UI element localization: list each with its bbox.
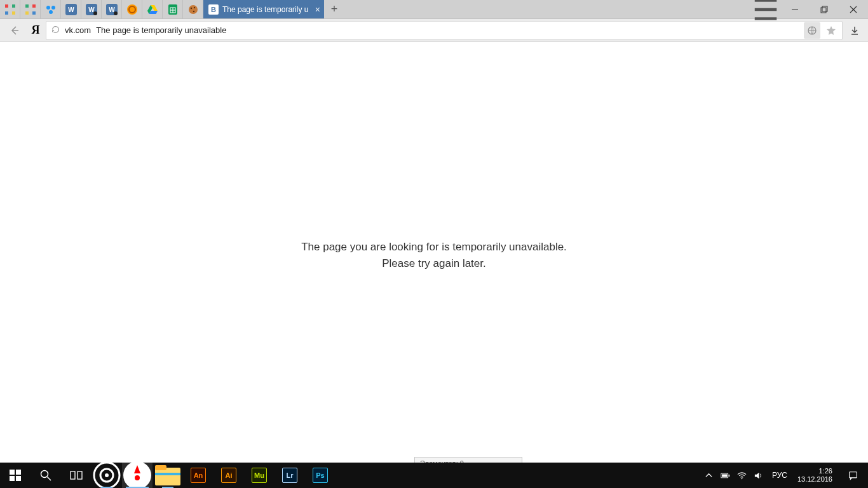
taskbar-app-explorer[interactable] bbox=[153, 463, 183, 488]
minimize-icon bbox=[791, 6, 799, 13]
svg-rect-0 bbox=[5, 4, 8, 8]
svg-point-18 bbox=[114, 11, 118, 15]
google-sheets-icon bbox=[167, 4, 179, 15]
taskbar-app-illustrator[interactable]: Ai bbox=[214, 463, 244, 488]
reload-icon bbox=[51, 25, 60, 34]
file-explorer-icon bbox=[153, 460, 183, 488]
tray-volume[interactable] bbox=[752, 463, 766, 488]
svg-rect-58 bbox=[849, 471, 857, 477]
page-viewport: The page you are looking for is temporar… bbox=[0, 42, 868, 463]
window-controls bbox=[780, 0, 868, 18]
spiral-icon bbox=[126, 4, 138, 15]
taskbar-app-photoshop[interactable]: Ps bbox=[305, 463, 336, 488]
pinned-tab-1[interactable] bbox=[0, 0, 20, 19]
tab-close-icon[interactable]: × bbox=[315, 5, 320, 14]
tray-clock[interactable]: 1:26 13.12.2016 bbox=[794, 467, 837, 484]
action-center-button[interactable] bbox=[840, 463, 865, 488]
svg-rect-52 bbox=[155, 465, 166, 470]
target-icon bbox=[92, 460, 122, 488]
active-tab[interactable]: B The page is temporarily u × bbox=[203, 0, 324, 18]
taskbar-app-muse[interactable]: Mu bbox=[244, 463, 275, 488]
svg-text:W: W bbox=[68, 6, 74, 13]
pinned-tab-cookie[interactable] bbox=[183, 0, 203, 19]
error-message: The page you are looking for is temporar… bbox=[301, 239, 567, 271]
taskbar-app-yandex-browser[interactable] bbox=[122, 463, 153, 488]
star-icon bbox=[826, 25, 836, 36]
adobe-an-icon: An bbox=[191, 468, 206, 483]
svg-rect-39 bbox=[16, 470, 21, 475]
cookie-icon bbox=[187, 4, 199, 15]
browser-tab-strip: W W W B The page is temporarily u × + bbox=[0, 0, 868, 19]
svg-rect-7 bbox=[32, 11, 36, 15]
pinned-tab-3[interactable] bbox=[41, 0, 61, 19]
download-icon bbox=[850, 25, 860, 36]
svg-rect-53 bbox=[155, 473, 180, 475]
tray-wifi[interactable] bbox=[735, 463, 749, 488]
globe-shield-icon bbox=[807, 25, 817, 36]
svg-rect-33 bbox=[821, 8, 826, 13]
taskbar-app-animate[interactable]: An bbox=[183, 463, 214, 488]
vk-icon: W bbox=[86, 4, 97, 15]
task-view-button[interactable] bbox=[61, 463, 92, 488]
reload-button[interactable] bbox=[51, 25, 60, 36]
pinned-tab-vk-1[interactable]: W bbox=[61, 0, 81, 19]
new-tab-button[interactable]: + bbox=[324, 0, 344, 18]
svg-rect-2 bbox=[5, 11, 8, 15]
adobe-lr-icon: Lr bbox=[282, 468, 297, 483]
maximize-button[interactable] bbox=[810, 0, 839, 18]
svg-point-42 bbox=[41, 471, 48, 478]
colorful-squares2-icon bbox=[25, 4, 36, 15]
yandex-browser-icon bbox=[122, 460, 153, 488]
close-button[interactable] bbox=[839, 0, 868, 18]
taskbar-app-music[interactable] bbox=[92, 463, 122, 488]
arrow-left-icon bbox=[10, 25, 20, 36]
svg-rect-55 bbox=[729, 474, 730, 476]
pinned-tab-drive[interactable] bbox=[142, 0, 163, 19]
adobe-ai-icon: Ai bbox=[221, 468, 236, 483]
address-bar[interactable]: vk.com The page is temporarily unavailab… bbox=[46, 21, 843, 40]
tray-language[interactable]: РУС bbox=[768, 471, 791, 480]
svg-point-30 bbox=[193, 7, 194, 8]
protect-badge[interactable] bbox=[804, 22, 820, 39]
back-button[interactable] bbox=[4, 21, 25, 40]
restore-icon bbox=[820, 6, 828, 13]
tray-chevron[interactable] bbox=[702, 463, 716, 488]
minimize-button[interactable] bbox=[780, 0, 810, 18]
wifi-icon bbox=[737, 471, 747, 480]
google-drive-icon bbox=[147, 4, 158, 15]
svg-point-29 bbox=[190, 8, 191, 9]
pinned-tab-vk-2[interactable]: W bbox=[81, 0, 102, 19]
notification-icon bbox=[848, 471, 858, 480]
downloads-button[interactable] bbox=[845, 25, 864, 36]
svg-point-48 bbox=[105, 473, 109, 477]
svg-rect-6 bbox=[25, 11, 29, 15]
tray-time: 1:26 bbox=[797, 467, 832, 475]
yandex-logo-button[interactable]: Я bbox=[28, 23, 43, 38]
start-button[interactable] bbox=[0, 463, 31, 488]
taskbar-app-lightroom[interactable]: Lr bbox=[275, 463, 305, 488]
pinned-tab-vk-3[interactable]: W bbox=[102, 0, 122, 19]
vk-icon: W bbox=[65, 4, 77, 15]
windows-taskbar: An Ai Mu Lr Ps РУС 1:26 13.12.2016 bbox=[0, 463, 868, 488]
battery-icon bbox=[721, 471, 730, 480]
error-line-2: Please try again later. bbox=[301, 255, 567, 272]
adobe-mu-icon: Mu bbox=[252, 468, 267, 483]
browser-toolbar: Я vk.com The page is temporarily unavail… bbox=[0, 19, 868, 42]
svg-rect-44 bbox=[71, 471, 75, 479]
error-line-1: The page you are looking for is temporar… bbox=[301, 239, 567, 255]
tray-battery[interactable] bbox=[719, 463, 733, 488]
bookmark-button[interactable] bbox=[823, 22, 839, 39]
vk-favicon-icon: B bbox=[208, 4, 219, 15]
search-button[interactable] bbox=[31, 463, 61, 488]
pinned-tab-2[interactable] bbox=[20, 0, 41, 19]
colorful-squares-icon bbox=[4, 4, 16, 15]
pinned-tab-sheets[interactable] bbox=[163, 0, 183, 19]
svg-rect-3 bbox=[12, 11, 15, 15]
browser-menu-button[interactable] bbox=[751, 0, 780, 18]
search-icon bbox=[39, 469, 52, 482]
svg-point-31 bbox=[193, 11, 194, 12]
adobe-ps-icon: Ps bbox=[313, 468, 328, 483]
svg-rect-40 bbox=[10, 476, 15, 481]
pinned-tab-spiral[interactable] bbox=[122, 0, 142, 19]
windows-logo-icon bbox=[9, 469, 22, 482]
